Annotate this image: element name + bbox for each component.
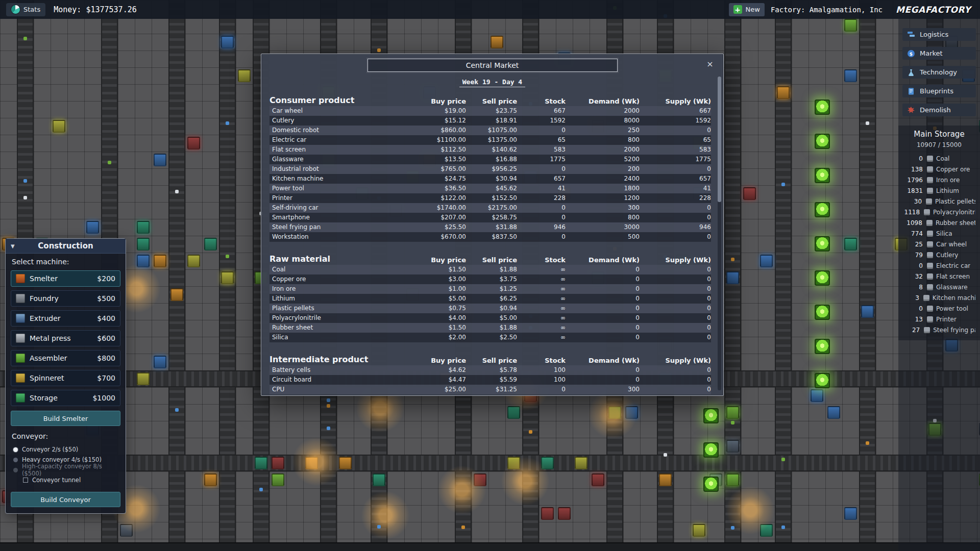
sidebar-item-demolish[interactable]: Demolish	[902, 104, 976, 116]
storage-item[interactable]: 774 Silica	[898, 228, 980, 239]
market-row[interactable]: Kitchen machine $24.75 $30.94 657 2400 6…	[270, 174, 711, 184]
new-factory-button[interactable]: New	[729, 3, 765, 16]
product-name: Printer	[270, 193, 412, 203]
conveyor-option-label: Conveyor tunnel	[32, 477, 81, 484]
storage-item-name: Copper ore	[936, 166, 970, 173]
close-icon[interactable]	[705, 59, 715, 69]
market-row[interactable]: Plastic pellets $0.75 $0.94 ∞ 0 0	[270, 304, 711, 313]
market-row[interactable]: Steel frying pan $25.50 $31.88 946 3000 …	[270, 222, 711, 232]
stock: ∞	[517, 284, 566, 294]
triangle-down-icon[interactable]	[11, 243, 20, 249]
storage-item-icon	[927, 273, 933, 280]
storage-item-qty: 0	[900, 262, 923, 269]
storage-item[interactable]: 25 Car wheel	[898, 239, 980, 249]
market-row[interactable]: Workstation $670.00 $837.50 0 500 0	[270, 232, 711, 242]
sidebar-item-label: Market	[920, 49, 943, 57]
storage-item[interactable]: 138 Copper ore	[898, 164, 980, 174]
sidebar-item-technology[interactable]: Technology	[902, 66, 976, 79]
date-wrap: Week 19 - Day 4	[261, 77, 723, 87]
market-row[interactable]: Coal $1.50 $1.88 ∞ 0 0	[270, 265, 711, 274]
market-row[interactable]: Copper ore $3.00 $3.75 ∞ 0 0	[270, 274, 711, 284]
scrollbar-thumb[interactable]	[718, 77, 721, 202]
product-name: Coal	[270, 265, 412, 274]
belt-item	[259, 488, 263, 491]
factory-machine	[844, 19, 857, 32]
machine-price: $600	[97, 334, 115, 342]
machine-option-extruder[interactable]: Extruder $400	[11, 310, 120, 327]
storage-item[interactable]: 8 Glassware	[898, 282, 980, 292]
market-row[interactable]: Industrial robot $765.00 $956.25 0 200 0	[270, 164, 711, 174]
market-row[interactable]: Electric car $1100.00 $1375.00 65 800 65	[270, 135, 711, 145]
storage-item[interactable]: 32 Flat screen	[898, 271, 980, 282]
market-row[interactable]: Cutlery $15.12 $18.91 1592 8000 1592	[270, 116, 711, 126]
modal-scrollbar[interactable]	[718, 77, 721, 390]
buy-price: $1100.00	[412, 135, 466, 145]
market-row[interactable]: Lithium $5.00 $6.25 ∞ 0 0	[270, 294, 711, 304]
market-row[interactable]: Glassware $13.50 $16.88 1775 5200 1775	[270, 155, 711, 164]
build-smelter-button[interactable]: Build Smelter	[11, 411, 120, 426]
market-row[interactable]: Domestic robot $860.00 $1075.00 0 250 0	[270, 126, 711, 135]
buy-price: $25.50	[412, 222, 466, 232]
storage-item-qty: 30	[900, 198, 922, 205]
supply: 0	[640, 333, 711, 342]
storage-item-qty: 774	[900, 230, 923, 237]
storage-item[interactable]: 30 Plastic pellets	[898, 196, 980, 207]
product-name: CPU	[270, 385, 412, 394]
storage-item[interactable]: 27 Steel frying pan	[898, 324, 980, 335]
market-row[interactable]: Power tool $36.50 $45.62 41 1800 41	[270, 184, 711, 193]
storage-item[interactable]: 0 Power tool	[898, 303, 980, 314]
storage-title: Main Storage	[898, 130, 980, 139]
sell-price: $6.25	[466, 294, 517, 304]
storage-item[interactable]: 1796 Iron ore	[898, 174, 980, 185]
market-row[interactable]: Smartphone $207.00 $258.75 0 800 0	[270, 213, 711, 222]
market-row[interactable]: Silica $2.00 $2.50 ∞ 0 0	[270, 333, 711, 342]
glowing-machine	[703, 408, 719, 423]
metal-press-icon	[16, 334, 25, 343]
build-conveyor-button[interactable]: Build Conveyor	[11, 492, 120, 507]
storage-item-icon	[927, 263, 933, 269]
market-row[interactable]: Battery cells $4.62 $5.78 100 0 0	[270, 365, 711, 375]
market-row[interactable]: Printer $122.00 $152.50 228 1200 228	[270, 193, 711, 203]
stats-button[interactable]: Stats	[6, 3, 45, 16]
buy-price: $3.00	[412, 274, 466, 284]
foundry-icon	[16, 294, 25, 303]
buy-price: $2.00	[412, 333, 466, 342]
machine-price: $800	[97, 354, 115, 362]
machine-option-assembler[interactable]: Assembler $800	[11, 350, 120, 366]
market-row[interactable]: Polyacrylonitrile $4.00 $5.00 ∞ 0 0	[270, 313, 711, 323]
machine-option-smelter[interactable]: Smelter $200	[11, 270, 120, 287]
product-name: Cutlery	[270, 116, 412, 126]
section-title: Raw material	[270, 254, 412, 264]
machine-option-metal-press[interactable]: Metal press $600	[11, 330, 120, 346]
storage-item[interactable]: 13 Printer	[898, 314, 980, 324]
market-row[interactable]: Self-driving car $1740.00 $2175.00 0 300…	[270, 203, 711, 213]
sidebar-item-logistics[interactable]: Logistics	[902, 28, 976, 41]
storage-item[interactable]: 0 Electric car	[898, 260, 980, 271]
machine-option-foundry[interactable]: Foundry $500	[11, 290, 120, 307]
machine-option-spinneret[interactable]: Spinneret $700	[11, 370, 120, 386]
storage-item-qty: 8	[900, 284, 923, 291]
market-row[interactable]: Car wheel $19.00 $23.75 667 2000 667	[270, 106, 711, 116]
market-row[interactable]: Circuit board $4.47 $5.59 100 0 0	[270, 375, 711, 385]
market-row[interactable]: CPU $25.00 $31.25 0 300 0	[270, 385, 711, 394]
market-row[interactable]: Flat screen $112.50 $140.62 583 2000 583	[270, 145, 711, 155]
storage-item[interactable]: 79 Cutlery	[898, 249, 980, 260]
storage-item[interactable]: 3 Kitchen machine	[898, 292, 980, 303]
buy-price: $207.00	[412, 213, 466, 222]
smelter-icon	[16, 274, 25, 283]
storage-item[interactable]: 0 Coal	[898, 153, 980, 164]
sidebar-item-blueprints[interactable]: Blueprints	[902, 85, 976, 97]
storage-item[interactable]: 1831 Lithium	[898, 185, 980, 196]
market-row[interactable]: Rubber sheet $1.50 $1.88 ∞ 0 0	[270, 323, 711, 333]
supply: 41	[640, 184, 711, 193]
belt-item	[327, 404, 330, 408]
factory-machine	[844, 507, 857, 520]
factory-machine	[592, 473, 604, 486]
machine-name: Foundry	[30, 294, 92, 303]
sidebar-item-market[interactable]: $ Market	[902, 47, 976, 60]
storage-item[interactable]: 1118 Polyacrylonitrile	[898, 207, 980, 217]
storage-item[interactable]: 1098 Rubber sheet	[898, 217, 980, 228]
machine-option-storage[interactable]: Storage $1000	[11, 390, 120, 406]
conveyor-option-standard[interactable]: Conveyor 2/s ($50)	[11, 445, 120, 454]
market-row[interactable]: Iron ore $1.00 $1.25 ∞ 0 0	[270, 284, 711, 294]
